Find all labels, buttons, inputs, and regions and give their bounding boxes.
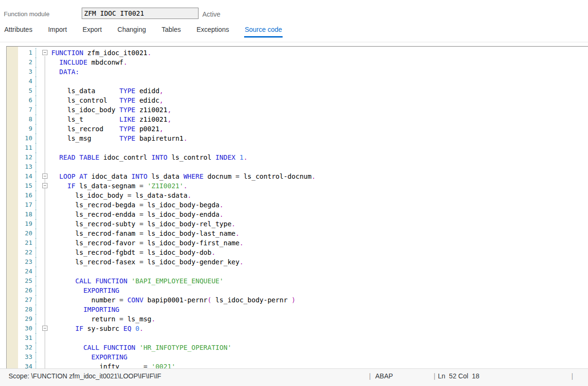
line-number[interactable]: 25	[7, 276, 36, 286]
code-line[interactable]: 34 infty = '0021'	[7, 362, 588, 368]
line-number[interactable]: 8	[7, 115, 36, 124]
line-number[interactable]: 21	[7, 238, 36, 248]
fold-toggle-icon[interactable]	[42, 50, 47, 55]
code-line[interactable]: 4	[7, 77, 588, 86]
code-line[interactable]: 1FUNCTION zfm_idoc_it0021.	[7, 48, 588, 58]
code-line[interactable]: 27 number = CONV bapip0001-pernr( ls_ido…	[7, 295, 588, 305]
line-number[interactable]: 24	[7, 267, 36, 276]
code-text[interactable]: ls_recrod-subty = ls_idoc_body-rel_type.	[51, 219, 236, 229]
code-text[interactable]: ls_t LIKE z1i0021,	[51, 115, 171, 124]
code-line[interactable]: 2 INCLUDE mbdconwf.	[7, 58, 588, 67]
code-text[interactable]: EXPORTING	[51, 286, 119, 295]
code-text[interactable]: ls_msg TYPE bapireturn1.	[51, 134, 188, 143]
code-line[interactable]: 12 READ TABLE idoc_contrl INTO ls_contro…	[7, 153, 588, 162]
line-number[interactable]: 10	[7, 134, 36, 143]
tab-changing[interactable]: Changing	[117, 24, 146, 38]
code-line[interactable]: 31	[7, 333, 588, 343]
fold-toggle-icon[interactable]	[42, 183, 47, 188]
line-number[interactable]: 19	[7, 219, 36, 229]
code-text[interactable]: IF sy-subrc EQ 0.	[51, 324, 143, 333]
code-line[interactable]: 14 LOOP AT idoc_data INTO ls_data WHERE …	[7, 172, 588, 181]
line-number[interactable]: 5	[7, 86, 36, 96]
code-line[interactable]: 10 ls_msg TYPE bapireturn1.	[7, 134, 588, 143]
line-number[interactable]: 13	[7, 162, 36, 172]
code-line[interactable]: 7 ls_idoc_body TYPE z1i0021,	[7, 105, 588, 115]
code-line[interactable]: 18 ls_recrod-endda = ls_idoc_body-endda.	[7, 210, 588, 219]
line-number[interactable]: 14	[7, 172, 36, 181]
tab-exceptions[interactable]: Exceptions	[196, 24, 229, 38]
code-text[interactable]: EXPORTING	[51, 352, 127, 362]
code-text[interactable]: ls_recrod-fgbdt = ls_idoc_body-dob.	[51, 248, 216, 257]
code-line[interactable]: 30 IF sy-subrc EQ 0.	[7, 324, 588, 333]
line-number[interactable]: 1	[7, 48, 36, 58]
line-number[interactable]: 31	[7, 333, 36, 343]
code-text[interactable]: DATA:	[51, 67, 79, 77]
code-line[interactable]: 6 ls_control TYPE edidc,	[7, 96, 588, 105]
line-number[interactable]: 23	[7, 257, 36, 267]
code-text[interactable]: ls_recrod TYPE p0021,	[51, 124, 163, 134]
line-number[interactable]: 16	[7, 191, 36, 200]
tab-export[interactable]: Export	[82, 24, 102, 38]
code-line[interactable]: 13	[7, 162, 588, 172]
line-number[interactable]: 33	[7, 352, 36, 362]
code-text[interactable]: ls_control TYPE edidc,	[51, 96, 163, 105]
function-module-input[interactable]	[82, 8, 199, 19]
line-number[interactable]: 18	[7, 210, 36, 219]
line-number[interactable]: 11	[7, 143, 36, 153]
tab-import[interactable]: Import	[47, 24, 67, 38]
code-text[interactable]: ls_idoc_body TYPE z1i0021,	[51, 105, 171, 115]
code-line[interactable]: 33 EXPORTING	[7, 352, 588, 362]
fold-toggle-icon[interactable]	[42, 326, 47, 331]
line-number[interactable]: 28	[7, 305, 36, 314]
fold-toggle-icon[interactable]	[42, 174, 47, 179]
line-number[interactable]: 7	[7, 105, 36, 115]
code-line[interactable]: 17 ls_recrod-begda = ls_idoc_body-begda.	[7, 200, 588, 210]
line-number[interactable]: 29	[7, 314, 36, 324]
code-text[interactable]: FUNCTION zfm_idoc_it0021.	[51, 48, 152, 58]
code-text[interactable]: ls_recrod-endda = ls_idoc_body-endda.	[51, 210, 223, 219]
code-line[interactable]: 3 DATA:	[7, 67, 588, 77]
line-number[interactable]: 4	[7, 77, 36, 86]
code-text[interactable]: ls_recrod-begda = ls_idoc_body-begda.	[51, 200, 223, 210]
line-number[interactable]: 30	[7, 324, 36, 333]
line-number[interactable]: 34	[7, 362, 36, 368]
line-number[interactable]: 6	[7, 96, 36, 105]
line-number[interactable]: 22	[7, 248, 36, 257]
code-text[interactable]: ls_recrod-fasex = ls_idoc_body-gender_ke…	[51, 257, 244, 267]
code-text[interactable]: ls_recrod-fanam = ls_idoc_body-last_name…	[51, 229, 239, 238]
code-line[interactable]: 15 IF ls_data-segnam = 'Z1I0021'.	[7, 181, 588, 191]
code-text[interactable]: INCLUDE mbdconwf.	[51, 58, 127, 67]
code-line[interactable]: 20 ls_recrod-fanam = ls_idoc_body-last_n…	[7, 229, 588, 238]
code-line[interactable]: 22 ls_recrod-fgbdt = ls_idoc_body-dob.	[7, 248, 588, 257]
code-line[interactable]: 19 ls_recrod-subty = ls_idoc_body-rel_ty…	[7, 219, 588, 229]
code-text[interactable]: READ TABLE idoc_contrl INTO ls_control I…	[51, 153, 247, 162]
code-line[interactable]: 32 CALL FUNCTION 'HR_INFOTYPE_OPERATION'	[7, 343, 588, 352]
code-line[interactable]: 26 EXPORTING	[7, 286, 588, 295]
code-text[interactable]: number = CONV bapip0001-pernr( ls_idoc_b…	[51, 295, 295, 305]
code-line[interactable]: 28 IMPORTING	[7, 305, 588, 314]
line-number[interactable]: 26	[7, 286, 36, 295]
code-text[interactable]: ls_idoc_body = ls_data-sdata.	[51, 191, 191, 200]
line-number[interactable]: 9	[7, 124, 36, 134]
line-number[interactable]: 3	[7, 67, 36, 77]
tab-tables[interactable]: Tables	[161, 24, 181, 38]
tab-attributes[interactable]: Attributes	[4, 24, 33, 38]
line-number[interactable]: 27	[7, 295, 36, 305]
code-line[interactable]: 9 ls_recrod TYPE p0021,	[7, 124, 588, 134]
code-line[interactable]: 21 ls_recrod-favor = ls_idoc_body-first_…	[7, 238, 588, 248]
code-text[interactable]: LOOP AT idoc_data INTO ls_data WHERE doc…	[51, 172, 315, 181]
code-text[interactable]: ls_data TYPE edidd,	[51, 86, 163, 96]
line-number[interactable]: 12	[7, 153, 36, 162]
tab-source-code[interactable]: Source code	[244, 24, 283, 38]
line-number[interactable]: 17	[7, 200, 36, 210]
line-number[interactable]: 20	[7, 229, 36, 238]
code-text[interactable]: IMPORTING	[51, 305, 119, 314]
line-number[interactable]: 2	[7, 58, 36, 67]
line-number[interactable]: 15	[7, 181, 36, 191]
code-line[interactable]: 11	[7, 143, 588, 153]
code-text[interactable]: infty = '0021'	[51, 362, 175, 368]
source-code-editor[interactable]: 1FUNCTION zfm_idoc_it0021.2 INCLUDE mbdc…	[6, 46, 588, 368]
code-text[interactable]: ls_recrod-favor = ls_idoc_body-first_nam…	[51, 238, 244, 248]
code-line[interactable]: 24	[7, 267, 588, 276]
code-line[interactable]: 16 ls_idoc_body = ls_data-sdata.	[7, 191, 588, 200]
